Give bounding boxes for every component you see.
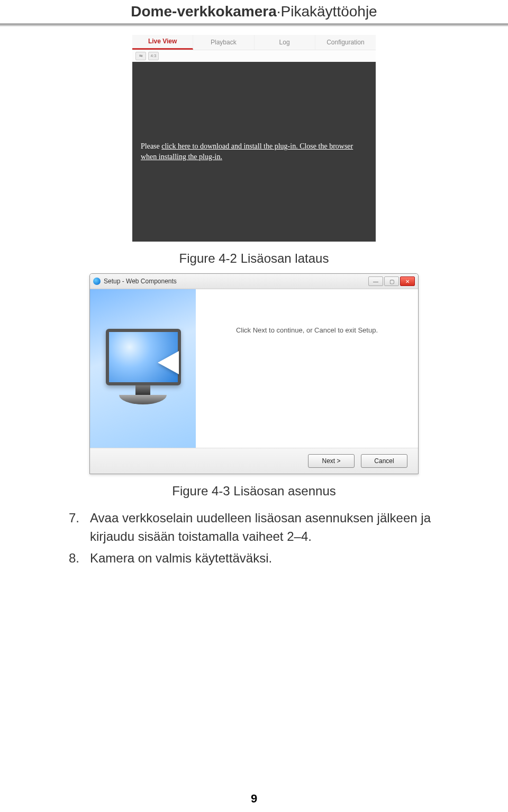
video-viewer: Please click here to download and instal… <box>132 62 376 242</box>
list-number: 8. <box>69 549 90 568</box>
wizard-sidebar-graphic <box>90 289 196 448</box>
cancel-button[interactable]: Cancel <box>361 454 407 468</box>
plugin-download-message: Please click here to download and instal… <box>141 141 367 162</box>
window-titlebar: Setup - Web Components — ▢ ✕ <box>90 274 418 289</box>
list-text: Avaa verkkoselain uudelleen lisäosan ase… <box>90 509 444 546</box>
page-header: Dome-verkkokamera·Pikakäyttöohje <box>0 0 508 26</box>
tab-log[interactable]: Log <box>255 35 315 50</box>
viewer-toolbar: ⇆ 4:3 <box>132 50 376 62</box>
title-rest: Pikakäyttöohje <box>281 3 377 20</box>
list-item: 8. Kamera on valmis käytettäväksi. <box>69 549 444 568</box>
plugin-download-link[interactable]: click here to download and install the p… <box>141 142 353 161</box>
page-number: 9 <box>0 792 508 806</box>
monitor-base <box>119 395 167 404</box>
screenshot-setup-wizard: Setup - Web Components — ▢ ✕ <box>89 273 419 474</box>
screenshot-live-view: Live View Playback Log Configuration ⇆ 4… <box>132 35 376 242</box>
figure-caption-4-3: Figure 4-3 Lisäosan asennus <box>0 484 508 499</box>
next-button[interactable]: Next > <box>308 454 355 468</box>
list-text: Kamera on valmis käytettäväksi. <box>90 549 444 568</box>
monitor-graphic <box>106 329 180 408</box>
title-bold: Dome-verkkokamera <box>131 3 277 20</box>
close-button[interactable]: ✕ <box>400 276 415 286</box>
tab-playback[interactable]: Playback <box>193 35 254 50</box>
arrow-into-monitor-icon <box>158 351 179 374</box>
tab-configuration[interactable]: Configuration <box>315 35 376 50</box>
document-page: Dome-verkkokamera·Pikakäyttöohje Live Vi… <box>0 0 508 812</box>
monitor-stand <box>135 385 150 395</box>
wizard-footer: Next > Cancel <box>90 448 418 474</box>
title-sep: · <box>277 3 281 20</box>
list-number: 7. <box>69 509 90 546</box>
header-divider <box>0 23 508 26</box>
figure-caption-4-2: Figure 4-2 Lisäosan lataus <box>0 251 508 266</box>
maximize-button[interactable]: ▢ <box>384 276 399 286</box>
page-title: Dome-verkkokamera·Pikakäyttöohje <box>0 3 508 23</box>
aspect-button[interactable]: 4:3 <box>148 52 159 60</box>
window-controls: — ▢ ✕ <box>368 276 415 286</box>
minimize-icon: — <box>373 279 378 284</box>
tab-live-view[interactable]: Live View <box>132 35 193 50</box>
wizard-instruction: Click Next to continue, or Cancel to exi… <box>236 326 378 334</box>
layout-toggle-button[interactable]: ⇆ <box>135 52 146 60</box>
window-title: Setup - Web Components <box>104 278 368 285</box>
plugin-msg-prefix: Please <box>141 142 161 150</box>
wizard-body: Click Next to continue, or Cancel to exi… <box>90 289 418 448</box>
maximize-icon: ▢ <box>389 279 394 284</box>
setup-icon <box>93 278 101 285</box>
tab-bar: Live View Playback Log Configuration <box>132 35 376 50</box>
close-icon: ✕ <box>405 279 410 284</box>
wizard-content: Click Next to continue, or Cancel to exi… <box>196 289 418 448</box>
list-item: 7. Avaa verkkoselain uudelleen lisäosan … <box>69 509 444 546</box>
instruction-list: 7. Avaa verkkoselain uudelleen lisäosan … <box>69 509 444 567</box>
minimize-button[interactable]: — <box>368 276 383 286</box>
